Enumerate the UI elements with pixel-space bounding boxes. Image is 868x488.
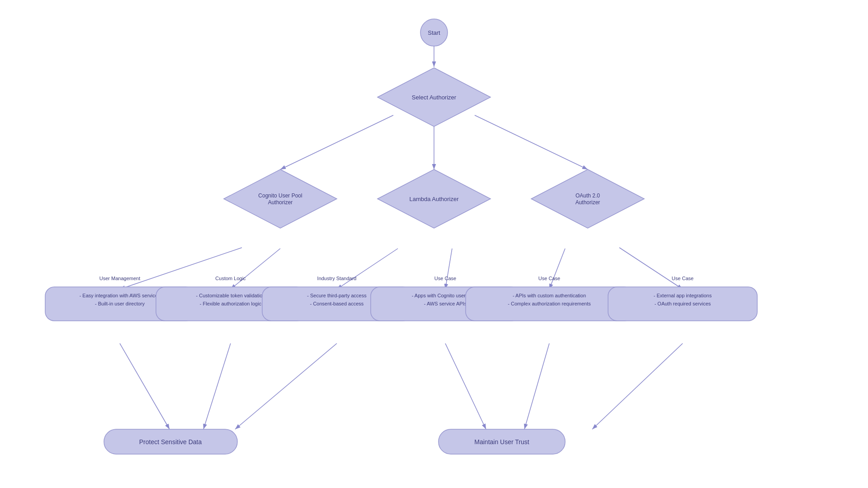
customlogic-text2: - Flexible authorization logic (200, 301, 262, 306)
usecase1-header: Use Case (434, 276, 456, 281)
cognito-label-2: Authorizer (268, 199, 293, 206)
industrystd-text2: - Consent-based access (310, 301, 364, 306)
usecase2-text1: - APIs with custom authentication (513, 293, 586, 298)
industrystd-text1: - Secure third-party access (307, 293, 367, 298)
select-authorizer-label: Select Authorizer (412, 94, 457, 101)
oauth-label-1: OAuth 2.0 (576, 192, 600, 199)
usermgmt-header: User Management (99, 276, 141, 281)
usecase1-text2: - AWS service APIs (424, 301, 467, 306)
customlogic-header: Custom Logic (215, 276, 246, 281)
start-label: Start (428, 29, 440, 36)
usecase3-header: Use Case (672, 276, 693, 281)
usecase2-text2: - Complex authorization requirements (508, 301, 591, 306)
oauth-label-2: Authorizer (576, 199, 600, 206)
usecase2-header: Use Case (538, 276, 560, 281)
protect-data-label: Protect Sensitive Data (139, 438, 202, 446)
maintain-trust-label: Maintain User Trust (474, 438, 529, 446)
usecase3-text1: - External app integrations (654, 293, 712, 298)
industrystd-header: Industry Standard (317, 276, 357, 281)
lambda-label: Lambda Authorizer (409, 196, 459, 202)
usermgmt-text2: - Built-in user directory (95, 301, 145, 306)
usermgmt-text1: - Easy integration with AWS services (80, 293, 160, 298)
usecase3-text2: - OAuth required services (655, 301, 711, 306)
customlogic-text1: - Customizable token validation (196, 293, 265, 298)
cognito-label-1: Cognito User Pool (258, 192, 302, 199)
flowchart: Start Select Authorizer Cognito User Poo… (0, 0, 868, 488)
